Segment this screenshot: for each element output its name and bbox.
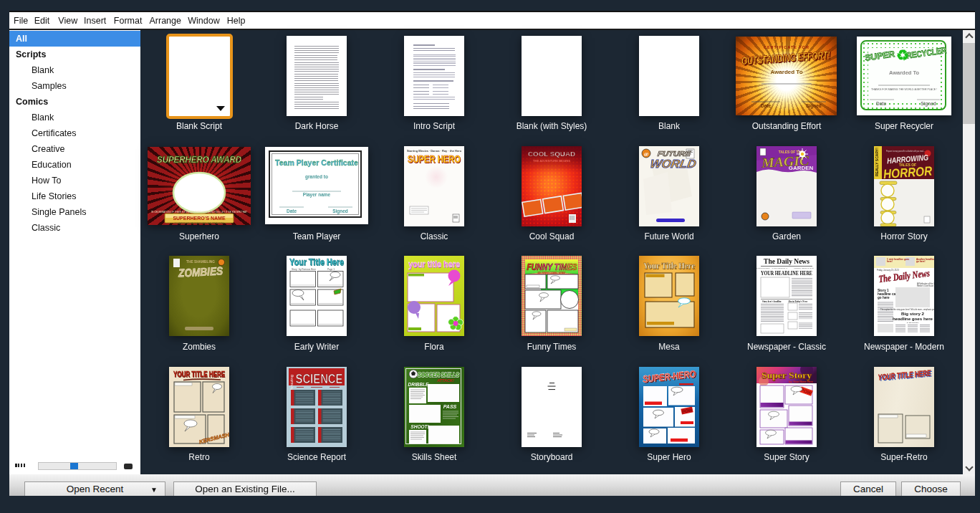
svg-text:SUPER HERO: SUPER HERO: [408, 153, 461, 165]
svg-text:SUPERHERO'S NAME: SUPERHERO'S NAME: [173, 216, 226, 221]
svg-text:GARDEN: GARDEN: [789, 165, 814, 171]
svg-text:ATTACK!: ATTACK!: [436, 378, 454, 383]
svg-text:IS HEREBY ACKNOWLEDGED A SUPER: IS HEREBY ACKNOWLEDGED A SUPERHERO: [175, 222, 224, 225]
svg-text:Team Player Certificate: Team Player Certificate: [275, 158, 358, 167]
svg-text:SHOOT!: SHOOT!: [410, 424, 429, 429]
svg-text:The Daily News: The Daily News: [764, 258, 810, 265]
svg-text:Page 1: Page 1: [327, 268, 335, 271]
svg-text:Your Title Here: Your Title Here: [289, 257, 344, 267]
svg-text:your title here: your title here: [408, 259, 460, 269]
svg-text:Also in Today's News: Also in Today's News: [788, 300, 808, 303]
svg-text:Date: Date: [876, 101, 886, 106]
svg-text:Edition's Date/Issue 100: Edition's Date/Issue 100: [917, 284, 934, 287]
svg-text:YOUR HEADLINE HERE: YOUR HEADLINE HERE: [761, 269, 812, 277]
svg-text:THE SHAMBLING: THE SHAMBLING: [186, 259, 215, 264]
svg-text:Story · by Famous Here: Story · by Famous Here: [292, 268, 316, 271]
svg-text:SUPERHERO AWARD: SUPERHERO AWARD: [157, 154, 241, 165]
svg-text:Story here's headline: Story here's headline: [762, 300, 782, 303]
svg-text:SCIENCE: SCIENCE: [296, 372, 343, 386]
svg-text:Super Story: Super Story: [762, 370, 812, 380]
svg-text:Signed: Signed: [806, 103, 822, 109]
svg-text:@: @: [644, 151, 649, 157]
svg-text:WORLD: WORLD: [649, 157, 698, 170]
svg-text:FUNNY TIMES: FUNNY TIMES: [527, 262, 578, 272]
svg-text:Date: Date: [287, 208, 297, 214]
svg-text:SUPER: SUPER: [864, 49, 895, 63]
svg-text:Player name: Player name: [303, 192, 331, 198]
svg-text:ZOMBIES: ZOMBIES: [178, 264, 224, 279]
svg-text:headline goes here: headline goes here: [893, 316, 933, 321]
svg-text:Awarded To: Awarded To: [770, 69, 802, 75]
svg-text:Amazing: Amazing: [289, 375, 294, 390]
svg-text:PASS: PASS: [443, 404, 457, 409]
svg-text:here!: here!: [887, 260, 893, 263]
svg-text:CERTIFICATE FOR: CERTIFICATE FOR: [764, 45, 810, 49]
svg-text:go here: go here: [878, 296, 890, 299]
svg-text:SOCCER SKILLS: SOCCER SKILLS: [418, 370, 459, 378]
svg-text:go here!: go here!: [916, 260, 926, 263]
svg-text:RECYCLER: RECYCLER: [905, 45, 947, 61]
svg-text:COOL SQUAD: COOL SQUAD: [528, 150, 575, 158]
svg-text:DRIBBLE: DRIBBLE: [408, 382, 430, 387]
svg-text:MY FIRST COMIC STRIP: MY FIRST COMIC STRIP: [538, 272, 567, 274]
svg-text:by: Your Name Here: by: Your Name Here: [789, 380, 813, 383]
svg-text:Signed: Signed: [332, 208, 348, 214]
svg-text:Big story 2: Big story 2: [901, 311, 925, 316]
svg-text:The caption for the story goes: The caption for the story goes here! Tel…: [880, 308, 934, 311]
svg-text:Awarded To: Awarded To: [889, 69, 920, 76]
svg-text:♻: ♻: [896, 47, 909, 63]
svg-text:IN CELEBRATION OF THEIR EXTRAO: IN CELEBRATION OF THEIR EXTRAORDINARY CO…: [151, 211, 247, 214]
svg-text:Signed: Signed: [921, 101, 936, 107]
svg-text:granted to: granted to: [305, 174, 328, 180]
svg-text:YOUR TITLE HERE: YOUR TITLE HERE: [173, 370, 225, 378]
svg-text:Date: Date: [761, 103, 771, 108]
svg-text:REALLY SCARY!: REALLY SCARY!: [875, 148, 879, 176]
svg-text:Prepare to wrap yourself in a: Prepare to wrap yourself in a blanket wi…: [886, 150, 925, 153]
svg-text:THE ADVENTURE BEGINS: THE ADVENTURE BEGINS: [533, 159, 570, 163]
svg-text:by Big Reporter: by Big Reporter: [907, 322, 919, 324]
svg-text:Your Title Here: Your Title Here: [643, 261, 696, 271]
svg-text:THANKS FOR MAKING THE WORLD A: THANKS FOR MAKING THE WORLD A BETTER PLA…: [871, 87, 937, 91]
